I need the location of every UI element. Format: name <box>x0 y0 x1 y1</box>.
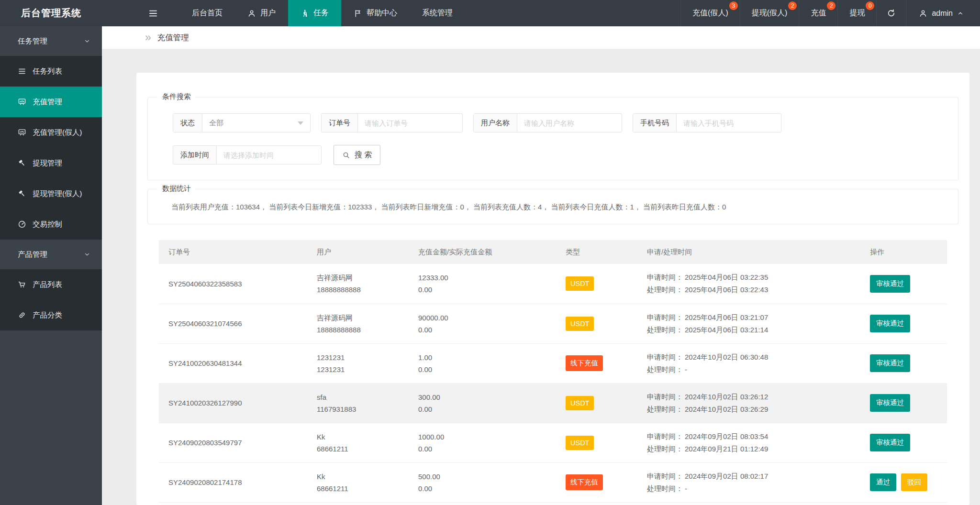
reject-button[interactable]: 驳回 <box>901 473 927 491</box>
recharge-amount: 300.00 <box>418 391 556 403</box>
user-name: 吉祥源码网 <box>317 272 409 284</box>
quick-recharge-fake-button[interactable]: 充值(假人)3 <box>680 0 740 26</box>
sidebar-item-trade-control[interactable]: 交易控制 <box>0 209 102 240</box>
apply-time-value: 2025年04月06日 03:21:07 <box>685 313 768 321</box>
add-time-field-input[interactable] <box>217 146 321 164</box>
board-icon <box>18 128 26 137</box>
field-label: 添加时间 <box>173 146 217 164</box>
sidebar-group-product[interactable]: 产品管理 <box>0 240 102 269</box>
apply-time-line: 申请时间：2025年04月06日 03:21:07 <box>647 311 860 324</box>
nav-item-task[interactable]: 任务 <box>288 0 341 26</box>
process-time-label: 处理时间： <box>647 445 683 453</box>
nav-item-home[interactable]: 后台首页 <box>179 0 235 26</box>
audit-pass-button[interactable]: 审核通过 <box>870 394 910 412</box>
notification-badge: 0 <box>866 1 874 10</box>
table-body: SY2504060322358583吉祥源码网1888888888812333.… <box>159 264 947 502</box>
user-name: Kk <box>317 471 409 483</box>
audit-pass-button[interactable]: 审核通过 <box>870 434 910 451</box>
user-icon <box>919 9 927 18</box>
walking-icon <box>301 9 309 18</box>
user-phone: 1231231 <box>317 363 409 375</box>
audit-pass-button[interactable]: 审核通过 <box>870 275 910 293</box>
time-cell: 申请时间：2024年10月02日 03:26:12处理时间：2024年10月02… <box>637 383 860 423</box>
apply-time-label: 申请时间： <box>647 353 683 361</box>
user-phone: 18888888888 <box>317 324 409 336</box>
quick-withdraw-button[interactable]: 提现0 <box>837 0 876 26</box>
sidebar-item-recharge-mgmt[interactable]: 充值管理 <box>0 87 102 117</box>
sidebar-item-label: 提现管理 <box>33 158 62 168</box>
quick-item-label: 充值 <box>811 8 826 18</box>
select-arrow-icon <box>298 121 303 125</box>
nav-item-help[interactable]: 帮助中心 <box>341 0 410 26</box>
search-button[interactable]: 搜 索 <box>334 145 380 165</box>
link-icon <box>18 311 26 319</box>
user-cell: Kk68661211 <box>307 423 409 462</box>
user-name: sfa <box>317 391 409 403</box>
status-select[interactable]: 全部 <box>202 114 310 132</box>
chevron-down-icon <box>84 251 90 258</box>
order-no-cell: SY2409020803549797 <box>159 423 307 462</box>
quick-item-label: 提现(假人) <box>752 8 788 18</box>
sidebar-item-label: 充值管理(假人) <box>33 128 82 138</box>
content-card: 条件搜索 状态全部订单号用户名称手机号码 添加时间 搜 索 数据统计 当前列表用… <box>136 73 969 505</box>
process-time-value: 2025年04月06日 03:21:14 <box>685 326 768 334</box>
apply-time-line: 申请时间：2025年04月06日 03:22:35 <box>647 271 860 284</box>
audit-pass-button[interactable]: 审核通过 <box>870 354 910 372</box>
user-name: Kk <box>317 431 409 443</box>
order-no: SY2410020630481344 <box>168 357 307 369</box>
sidebar-toggle-button[interactable] <box>141 0 165 26</box>
status-select-value: 全部 <box>209 119 223 128</box>
quick-item-label: 充值(假人) <box>692 8 728 18</box>
order-no-field: 订单号 <box>321 113 463 132</box>
sidebar-item-product-category[interactable]: 产品分类 <box>0 300 102 330</box>
type-badge: 线下充值 <box>566 355 603 371</box>
apply-time-label: 申请时间： <box>647 273 683 281</box>
gauge-icon <box>18 220 26 229</box>
sidebar-item-withdraw-mgmt-fake[interactable]: 提现管理(假人) <box>0 178 102 209</box>
sidebar-item-label: 任务列表 <box>33 66 62 77</box>
actions-cell: 审核通过 <box>860 423 947 462</box>
actions-cell: 审核通过 <box>860 264 947 304</box>
type-cell: USDT <box>556 423 637 462</box>
nav-item-user[interactable]: 用户 <box>235 0 288 26</box>
sidebar-item-label: 产品分类 <box>33 310 62 320</box>
actual-amount: 0.00 <box>418 284 556 296</box>
order-no: SY2504060322358583 <box>168 278 307 290</box>
gavel-icon <box>18 159 26 167</box>
sidebar-item-recharge-mgmt-fake[interactable]: 充值管理(假人) <box>0 117 102 148</box>
audit-pass-button[interactable]: 审核通过 <box>870 315 910 332</box>
process-time-line: 处理时间：- <box>647 363 860 376</box>
apply-time-value: 2024年09月02日 08:03:54 <box>685 432 768 440</box>
amount-cell: 300.000.00 <box>409 383 556 423</box>
double-angle-icon: » <box>145 32 151 43</box>
quick-recharge-button[interactable]: 充值2 <box>799 0 837 26</box>
search-panel: 条件搜索 状态全部订单号用户名称手机号码 添加时间 搜 索 <box>147 97 958 180</box>
process-time-label: 处理时间： <box>647 484 683 493</box>
user-menu[interactable]: admin <box>906 0 980 26</box>
sidebar-item-product-list[interactable]: 产品列表 <box>0 269 102 300</box>
nav-item-system[interactable]: 系统管理 <box>410 0 465 26</box>
apply-time-value: 2025年04月06日 03:22:35 <box>685 273 768 281</box>
order-no-cell: SY2504060321074566 <box>159 304 307 343</box>
refresh-button[interactable] <box>876 0 906 26</box>
pass-button[interactable]: 通过 <box>870 473 896 491</box>
sidebar-group-task[interactable]: 任务管理 <box>0 26 102 56</box>
sidebar-submenu: 产品列表产品分类 <box>0 269 102 330</box>
actual-amount: 0.00 <box>418 363 556 375</box>
time-cell: 申请时间：2024年09月02日 08:02:17处理时间：- <box>637 462 860 502</box>
process-time-value: - <box>685 484 687 493</box>
table-row: SY2409020803549797Kk686612111000.000.00U… <box>159 423 947 462</box>
page-title: 充值管理 <box>157 33 189 43</box>
top-navbar: 后台管理系统 后台首页用户任务帮助中心系统管理 充值(假人)3提现(假人)2充值… <box>0 0 980 26</box>
process-time-line: 处理时间：2025年04月06日 03:22:43 <box>647 284 860 296</box>
username-field-input[interactable] <box>517 114 622 132</box>
quick-withdraw-fake-button[interactable]: 提现(假人)2 <box>740 0 799 26</box>
sidebar-item-task-list[interactable]: 任务列表 <box>0 56 102 87</box>
sidebar-item-withdraw-mgmt[interactable]: 提现管理 <box>0 148 102 178</box>
process-time-label: 处理时间： <box>647 285 683 294</box>
order-no-field-input[interactable] <box>358 114 462 132</box>
type-cell: 线下充值 <box>556 462 637 502</box>
amount-cell: 500.000.00 <box>409 462 556 502</box>
sidebar-group-label: 任务管理 <box>18 36 47 46</box>
phone-field-input[interactable] <box>677 114 781 132</box>
